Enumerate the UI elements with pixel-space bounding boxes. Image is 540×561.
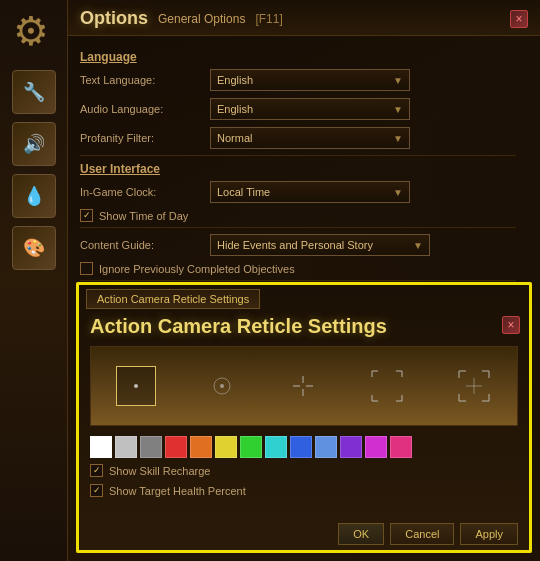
profanity-filter-value: Normal — [217, 132, 252, 144]
title-bar: Options General Options [F11] × — [68, 0, 540, 36]
action-camera-tab[interactable]: Action Camera Reticle Settings — [86, 289, 260, 309]
ignore-objectives-label: Ignore Previously Completed Objectives — [99, 263, 295, 275]
window-close-button[interactable]: × — [510, 10, 528, 28]
divider-2 — [80, 227, 516, 228]
bottom-buttons: OK Cancel Apply — [78, 519, 530, 551]
clock-label: In-Game Clock: — [80, 186, 210, 198]
show-target-label: Show Target Health Percent — [109, 485, 246, 497]
svg-point-2 — [220, 384, 224, 388]
clock-arrow: ▼ — [393, 187, 403, 198]
reticle-item-4[interactable] — [369, 368, 405, 404]
sidebar-icon-paint[interactable]: 🎨 — [12, 226, 56, 270]
color-swatch-light-blue[interactable] — [315, 436, 337, 458]
action-camera-close-button[interactable]: × — [502, 316, 520, 334]
ui-section-label: User Interface — [80, 162, 516, 176]
window-shortcut: [F11] — [255, 12, 282, 26]
color-swatch-purple[interactable] — [340, 436, 362, 458]
gear-icon: ⚙ — [5, 5, 57, 57]
divider-3 — [80, 280, 516, 281]
reticle-plus-expand-icon — [456, 368, 492, 404]
show-target-row: Show Target Health Percent — [90, 484, 518, 497]
color-swatch-cyan[interactable] — [265, 436, 287, 458]
content-guide-arrow: ▼ — [413, 240, 423, 251]
content-guide-row: Content Guide: Hide Events and Personal … — [80, 233, 516, 257]
color-swatches — [78, 432, 530, 462]
reticle-circle-icon — [207, 371, 237, 401]
audio-language-label: Audio Language: — [80, 103, 210, 115]
color-swatch-yellow[interactable] — [215, 436, 237, 458]
show-target-checkbox[interactable] — [90, 484, 103, 497]
clock-value: Local Time — [217, 186, 270, 198]
cancel-button[interactable]: Cancel — [390, 523, 454, 545]
reticle-item-5[interactable] — [456, 368, 492, 404]
audio-language-dropdown[interactable]: English ▼ — [210, 98, 410, 120]
divider-1 — [80, 155, 516, 156]
show-skill-checkbox[interactable] — [90, 464, 103, 477]
apply-button[interactable]: Apply — [460, 523, 518, 545]
color-swatch-light-gray[interactable] — [115, 436, 137, 458]
show-skill-label: Show Skill Recharge — [109, 465, 211, 477]
reticle-cross-icon — [288, 371, 318, 401]
reticle-display-area — [90, 346, 518, 426]
text-language-arrow: ▼ — [393, 75, 403, 86]
content-guide-value: Hide Events and Personal Story — [217, 239, 373, 251]
clock-dropdown[interactable]: Local Time ▼ — [210, 181, 410, 203]
ignore-objectives-checkbox[interactable] — [80, 262, 93, 275]
bottom-options: Show Skill Recharge Show Target Health P… — [78, 462, 530, 503]
reticle-expand-icon — [369, 368, 405, 404]
color-swatch-gray[interactable] — [140, 436, 162, 458]
sidebar-icon-sound[interactable]: 🔊 — [12, 122, 56, 166]
ok-button[interactable]: OK — [338, 523, 384, 545]
color-swatch-red[interactable] — [165, 436, 187, 458]
text-language-value: English — [217, 74, 253, 86]
color-swatch-green[interactable] — [240, 436, 262, 458]
reticle-dot-icon — [121, 371, 151, 401]
audio-language-arrow: ▼ — [393, 104, 403, 115]
show-time-label: Show Time of Day — [99, 210, 188, 222]
profanity-filter-dropdown[interactable]: Normal ▼ — [210, 127, 410, 149]
color-swatch-blue[interactable] — [290, 436, 312, 458]
main-panel: Options General Options [F11] × Language… — [68, 0, 540, 561]
language-section-label: Language — [80, 50, 516, 64]
window-subtitle: General Options — [158, 12, 245, 26]
reticle-item-2[interactable] — [207, 371, 237, 401]
profanity-filter-row: Profanity Filter: Normal ▼ — [80, 126, 516, 150]
sidebar-icon-water[interactable]: 💧 — [12, 174, 56, 218]
audio-language-row: Audio Language: English ▼ — [80, 97, 516, 121]
audio-language-value: English — [217, 103, 253, 115]
reticle-item-3[interactable] — [288, 371, 318, 401]
color-swatch-magenta[interactable] — [365, 436, 387, 458]
color-swatch-white[interactable] — [90, 436, 112, 458]
profanity-filter-label: Profanity Filter: — [80, 132, 210, 144]
show-time-row: Show Time of Day — [80, 209, 516, 222]
action-camera-panel: Action Camera Reticle Settings Action Ca… — [76, 282, 532, 553]
color-swatch-pink[interactable] — [390, 436, 412, 458]
window-title: Options — [80, 8, 148, 29]
text-language-dropdown[interactable]: English ▼ — [210, 69, 410, 91]
profanity-filter-arrow: ▼ — [393, 133, 403, 144]
text-language-label: Text Language: — [80, 74, 210, 86]
ignore-objectives-row: Ignore Previously Completed Objectives — [80, 262, 516, 275]
show-time-checkbox[interactable] — [80, 209, 93, 222]
content-guide-dropdown[interactable]: Hide Events and Personal Story ▼ — [210, 234, 430, 256]
sidebar: ⚙ 🔧 🔊 💧 🎨 — [0, 0, 68, 561]
sidebar-icon-wrench[interactable]: 🔧 — [12, 70, 56, 114]
text-language-row: Text Language: English ▼ — [80, 68, 516, 92]
clock-row: In-Game Clock: Local Time ▼ — [80, 180, 516, 204]
reticle-item-1[interactable] — [116, 366, 156, 406]
show-skill-row: Show Skill Recharge — [90, 464, 518, 477]
svg-point-0 — [134, 384, 138, 388]
content-guide-label: Content Guide: — [80, 239, 210, 251]
color-swatch-orange[interactable] — [190, 436, 212, 458]
action-camera-title: Action Camera Reticle Settings — [78, 309, 530, 342]
